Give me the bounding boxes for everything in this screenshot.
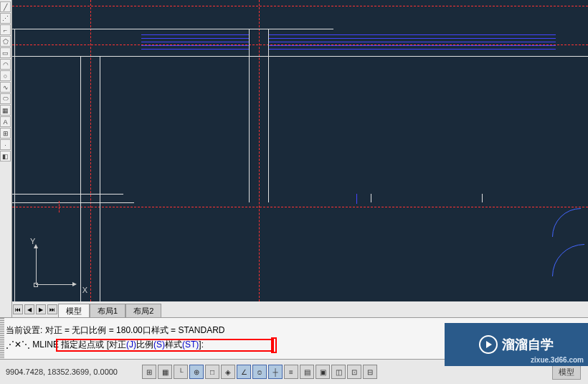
ucs-x-label: X: [82, 286, 87, 294]
cmd-prompt-text: 指定起点或 [对正: [61, 339, 126, 351]
tool-polygon[interactable]: ⬠: [0, 36, 11, 47]
tab-next[interactable]: ▶: [36, 304, 46, 314]
3dosnap-toggle[interactable]: ◈: [221, 365, 235, 379]
transparency-toggle[interactable]: ▤: [300, 365, 314, 379]
command-input-line[interactable]: ⋰✕⋱ MLINE 指定起点或 [对正 (J) 比例 (S) 样式 (ST) ]…: [6, 338, 204, 351]
cmd-settings-prefix: 当前设置:: [6, 324, 42, 337]
model-space-button[interactable]: 模型: [552, 365, 581, 380]
watermark-url: zixue.3d66.com: [531, 356, 584, 364]
tool-hatch[interactable]: ▦: [0, 105, 11, 116]
tpy-toggle[interactable]: ⊟: [363, 365, 377, 379]
polar-toggle[interactable]: ⊕: [189, 365, 204, 379]
tool-point[interactable]: ·: [0, 139, 11, 150]
coordinates-display[interactable]: 9904.7428, 18352.3699, 0.0000: [0, 367, 136, 376]
am-toggle[interactable]: ⊡: [347, 365, 361, 379]
ucs-y-label: Y: [30, 237, 35, 245]
tool-text[interactable]: A: [0, 116, 11, 127]
tab-last[interactable]: ⏭: [47, 304, 57, 314]
ucs-icon: Y X: [30, 240, 80, 291]
drawing-viewport[interactable]: Y X: [12, 0, 588, 301]
command-grip[interactable]: [0, 318, 4, 360]
watermark: 溜溜自学 zixue.3d66.com: [445, 323, 588, 366]
command-history-line: 当前设置: 对正 = 无口比例 = 180.00口样式 = STANDARD: [6, 324, 225, 337]
tool-rectangle[interactable]: ▭: [0, 47, 11, 58]
osnap-toggle[interactable]: □: [205, 365, 219, 379]
tool-circle[interactable]: ○: [0, 70, 11, 81]
status-toggle-group: ⊞ ▦ └ ⊕ □ ◈ ∠ ⎊ ┼ ≡ ▤ ▣ ◫ ⊡ ⊟: [142, 365, 377, 379]
tool-region[interactable]: ◧: [0, 151, 11, 161]
ortho-toggle[interactable]: └: [174, 365, 188, 379]
snap-mode-toggle[interactable]: ⊞: [142, 365, 156, 379]
tab-model[interactable]: 模型: [58, 304, 90, 318]
sc-toggle[interactable]: ◫: [331, 365, 346, 379]
cmd-opt-s[interactable]: (S): [153, 339, 165, 350]
qp-toggle[interactable]: ▣: [316, 365, 330, 379]
cmd-prompt-icon: ⋰✕⋱ MLINE: [6, 339, 59, 350]
tab-prev[interactable]: ◀: [24, 304, 34, 314]
dyn-toggle[interactable]: ┼: [268, 365, 283, 379]
canvas-area: ╱ ⋰ ⌐ ⬠ ▭ ◠ ○ ∿ ⬭ ▦ A ⊞ · ◧: [0, 0, 588, 317]
tool-spline[interactable]: ∿: [0, 82, 11, 93]
tool-ellipse[interactable]: ⬭: [0, 93, 11, 104]
tool-table[interactable]: ⊞: [0, 128, 11, 139]
tool-construction[interactable]: ⋰: [0, 13, 11, 24]
cmd-opt-st[interactable]: (ST): [182, 339, 199, 350]
grid-toggle[interactable]: ▦: [158, 365, 172, 379]
tool-polyline[interactable]: ⌐: [0, 24, 11, 35]
lineweight-toggle[interactable]: ≡: [284, 365, 298, 379]
layout-tabs-bar: ⏮ ◀ ▶ ⏭ 模型 布局1 布局2: [12, 301, 588, 317]
cmd-opt-j[interactable]: (J): [126, 339, 136, 350]
watermark-brand: 溜溜自学: [502, 336, 554, 353]
draw-toolbar: ╱ ⋰ ⌐ ⬠ ▭ ◠ ○ ∿ ⬭ ▦ A ⊞ · ◧: [0, 0, 12, 317]
tab-first[interactable]: ⏮: [13, 304, 23, 314]
otrack-toggle[interactable]: ∠: [237, 365, 251, 379]
tool-arc[interactable]: ◠: [0, 59, 11, 70]
tab-layout2[interactable]: 布局2: [125, 304, 161, 318]
ducs-toggle[interactable]: ⎊: [252, 365, 267, 379]
play-icon: [479, 335, 498, 354]
cmd-settings-text: 对正 = 无口比例 = 180.00口样式 = STANDARD: [45, 324, 225, 337]
tool-line[interactable]: ╱: [0, 1, 11, 12]
tab-layout1[interactable]: 布局1: [90, 304, 125, 318]
